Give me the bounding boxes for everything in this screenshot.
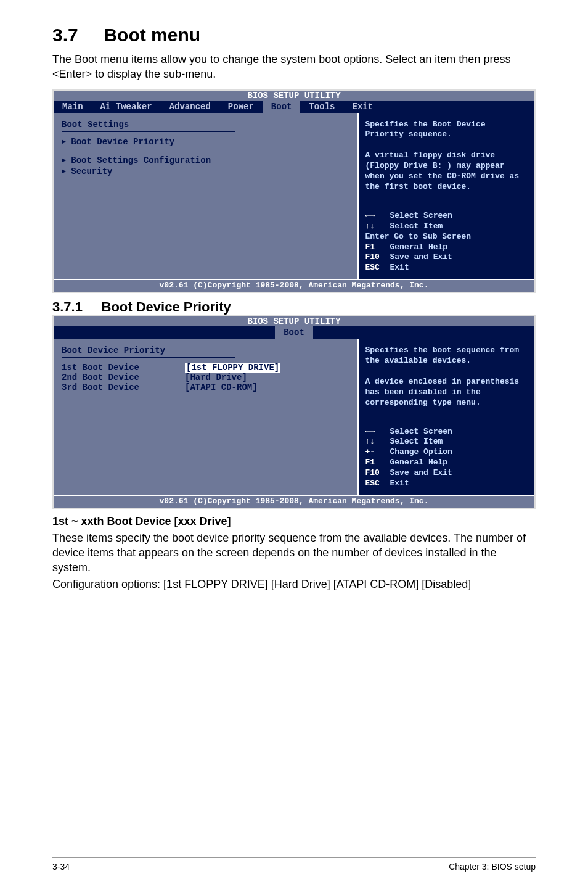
item-label: Boot Settings Configuration xyxy=(71,155,211,165)
section-heading: 3.7 Boot menu xyxy=(52,25,536,46)
nav-select-screen: Select Screen xyxy=(390,427,452,436)
field-value: [1st FLOPPY DRIVE] xyxy=(185,363,280,373)
plus-minus-icon: +- xyxy=(365,447,390,458)
tab-boot[interactable]: Boot xyxy=(275,326,313,339)
config-options: Configuration options: [1st FLOPPY DRIVE… xyxy=(52,577,536,592)
key-esc: ESC xyxy=(365,263,390,273)
arrows-lr-icon: ←→ xyxy=(365,211,390,221)
help-text: Specifies the boot sequence from the ava… xyxy=(365,345,528,408)
arrow-icon: ▶ xyxy=(62,167,66,176)
field-value: [Hard Drive] xyxy=(185,373,247,382)
bios-title: BIOS SETUP UTILITY xyxy=(54,316,534,326)
bios-screenshot-boot-settings: BIOS SETUP UTILITY Main Ai Tweaker Advan… xyxy=(52,89,536,294)
intro-paragraph: The Boot menu items allow you to change … xyxy=(52,52,536,82)
subsection-number: 3.7.1 xyxy=(52,299,83,315)
key-esc: ESC xyxy=(365,479,390,489)
bios-tab-row: Boot xyxy=(54,326,534,339)
boot-device-priority-heading: Boot Device Priority xyxy=(62,345,350,355)
nav-exit: Exit xyxy=(390,263,409,272)
bios-help-pane: Specifies the Boot Device Priority seque… xyxy=(358,113,534,281)
nav-select-item: Select Item xyxy=(390,221,443,231)
bios-copyright: v02.61 (C)Copyright 1985-2008, American … xyxy=(54,496,534,508)
field-1st-boot-device[interactable]: 1st Boot Device [1st FLOPPY DRIVE] xyxy=(62,363,350,373)
nav-select-screen: Select Screen xyxy=(390,211,452,220)
arrow-icon: ▶ xyxy=(62,155,66,165)
nav-change-option: Change Option xyxy=(390,447,452,456)
subsub-heading: 1st ~ xxth Boot Device [xxx Drive] xyxy=(52,515,536,528)
page-number: 3-34 xyxy=(52,862,70,872)
item-security[interactable]: ▶ Security xyxy=(62,167,350,176)
subsection-title: Boot Device Priority xyxy=(102,299,231,315)
tab-tools[interactable]: Tools xyxy=(300,101,343,113)
bios-help-pane: Specifies the boot sequence from the ava… xyxy=(358,339,534,496)
body-paragraph: These items specify the boot device prio… xyxy=(52,530,536,576)
field-2nd-boot-device[interactable]: 2nd Boot Device [Hard Drive] xyxy=(62,373,350,382)
tab-main[interactable]: Main xyxy=(54,101,92,113)
nav-general-help: General Help xyxy=(390,458,447,467)
nav-help: ←→Select Screen ↑↓Select Item +-Change O… xyxy=(365,427,528,489)
tab-boot[interactable]: Boot xyxy=(263,101,301,113)
arrow-icon: ▶ xyxy=(62,137,66,146)
divider xyxy=(62,357,235,358)
field-value: [ATAPI CD-ROM] xyxy=(185,382,258,392)
tab-power[interactable]: Power xyxy=(219,101,263,113)
bios-left-pane: Boot Settings ▶ Boot Device Priority ▶ B… xyxy=(54,113,358,281)
boot-settings-heading: Boot Settings xyxy=(62,120,350,130)
nav-exit: Exit xyxy=(390,479,409,488)
nav-general-help: General Help xyxy=(390,242,447,252)
section-title: Boot menu xyxy=(104,25,200,45)
tab-ai-tweaker[interactable]: Ai Tweaker xyxy=(92,101,161,113)
bios-copyright: v02.61 (C)Copyright 1985-2008, American … xyxy=(54,280,534,292)
field-3rd-boot-device[interactable]: 3rd Boot Device [ATAPI CD-ROM] xyxy=(62,382,350,392)
section-number: 3.7 xyxy=(52,25,78,45)
bios-tab-row: Main Ai Tweaker Advanced Power Boot Tool… xyxy=(54,101,534,113)
key-f1: F1 xyxy=(365,242,390,253)
item-label: Boot Device Priority xyxy=(71,137,174,147)
bios-screenshot-boot-device-priority: BIOS SETUP UTILITY Boot Boot Device Prio… xyxy=(52,315,536,509)
key-f10: F10 xyxy=(365,468,390,479)
nav-enter: Enter Go to Sub Screen xyxy=(365,232,471,241)
tab-exit[interactable]: Exit xyxy=(343,101,382,113)
page-footer: 3-34 Chapter 3: BIOS setup xyxy=(52,857,536,872)
arrows-ud-icon: ↑↓ xyxy=(365,437,390,447)
nav-save-exit: Save and Exit xyxy=(390,468,452,477)
arrows-lr-icon: ←→ xyxy=(365,427,390,437)
field-label: 3rd Boot Device xyxy=(62,382,185,392)
field-label: 1st Boot Device xyxy=(62,363,185,373)
nav-select-item: Select Item xyxy=(390,437,443,446)
arrows-ud-icon: ↑↓ xyxy=(365,221,390,232)
bios-title: BIOS SETUP UTILITY xyxy=(54,91,534,101)
bios-left-pane: Boot Device Priority 1st Boot Device [1s… xyxy=(54,339,358,496)
field-label: 2nd Boot Device xyxy=(62,373,185,382)
divider xyxy=(62,131,235,132)
item-boot-settings-config[interactable]: ▶ Boot Settings Configuration xyxy=(62,155,350,165)
key-f10: F10 xyxy=(365,252,390,263)
item-label: Security xyxy=(71,167,112,176)
key-f1: F1 xyxy=(365,458,390,468)
item-boot-device-priority[interactable]: ▶ Boot Device Priority xyxy=(62,137,350,147)
subsection-heading: 3.7.1 Boot Device Priority xyxy=(52,299,536,315)
tab-advanced[interactable]: Advanced xyxy=(161,101,219,113)
help-text: Specifies the Boot Device Priority seque… xyxy=(365,120,528,192)
nav-save-exit: Save and Exit xyxy=(390,252,452,262)
nav-help: ←→Select Screen ↑↓Select Item Enter Go t… xyxy=(365,211,528,273)
chapter-label: Chapter 3: BIOS setup xyxy=(449,862,536,872)
